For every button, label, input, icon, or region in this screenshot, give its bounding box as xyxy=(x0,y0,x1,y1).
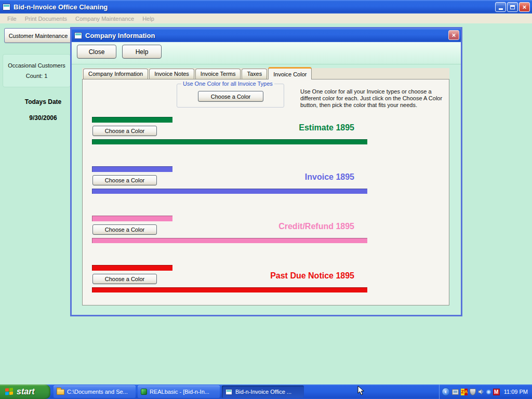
credit-refund-color-swatch xyxy=(92,216,172,221)
tab-taxes[interactable]: Taxes xyxy=(242,69,267,79)
mouse-cursor xyxy=(357,385,367,396)
system-tray: ‹ ZA M 11:09 PM xyxy=(439,384,532,399)
tab-invoice-color[interactable]: Invoice Color xyxy=(268,67,312,79)
estimate-label: Estimate 1895 xyxy=(249,123,354,132)
tab-strip: Company Information Invoice Notes Invoic… xyxy=(82,68,449,79)
past-due-color-row: Choose a Color Past Due Notice 1895 xyxy=(83,264,450,313)
chevron-left-icon[interactable]: ‹ xyxy=(442,388,450,396)
company-information-dialog: Company Information × Close Help Company… xyxy=(70,27,462,316)
app-form-icon xyxy=(225,389,232,394)
tab-invoice-notes[interactable]: Invoice Notes xyxy=(149,69,194,79)
tab-control: Company Information Invoice Notes Invoic… xyxy=(82,66,449,305)
display-icon[interactable] xyxy=(452,389,459,395)
estimate-color-swatch xyxy=(92,117,172,123)
taskbar-item-explorer[interactable]: C:\Documents and Se... xyxy=(54,385,136,398)
desktop: Bid-n-Invoice Office Cleaning × File Pri… xyxy=(0,0,532,399)
close-window-button[interactable]: × xyxy=(519,2,530,12)
speaker-icon[interactable] xyxy=(478,389,484,395)
menu-file[interactable]: File xyxy=(3,15,21,23)
invoice-color-row: Choose a Color Invoice 1895 xyxy=(83,165,450,215)
estimate-color-bar xyxy=(92,139,367,144)
invoice-color-bar xyxy=(92,189,367,194)
dialog-title: Company Information xyxy=(85,32,155,39)
credit-refund-color-bar xyxy=(92,238,367,243)
invoice-color-tab-page: Use One Color for all Invoice Types Choo… xyxy=(82,79,449,305)
invoice-label: Invoice 1895 xyxy=(249,172,354,182)
past-due-color-bar xyxy=(92,287,367,292)
credit-refund-label: Credit/Refund 1895 xyxy=(249,222,354,231)
dialog-form-icon xyxy=(74,32,82,39)
past-due-color-swatch xyxy=(92,265,172,271)
taskbar-item-label: Bid-n-Invoice Office ... xyxy=(235,389,291,395)
choose-color-invoice-button[interactable]: Choose a Color xyxy=(92,175,157,185)
mcafee-icon[interactable]: M xyxy=(493,389,500,395)
tab-company-information[interactable]: Company Information xyxy=(83,69,148,79)
shield-icon[interactable] xyxy=(470,389,476,395)
main-window-title: Bid-n-Invoice Office Cleaning xyxy=(14,3,108,11)
estimate-color-row: Choose a Color Estimate 1895 xyxy=(83,116,450,165)
tab-invoice-terms[interactable]: Invoice Terms xyxy=(195,69,241,79)
customer-maintenance-button[interactable]: Customer Maintenance xyxy=(4,28,72,43)
cube-icon xyxy=(141,389,147,395)
taskbar: start C:\Documents and Se... REALbasic -… xyxy=(0,384,532,399)
choose-color-estimate-button[interactable]: Choose a Color xyxy=(92,126,157,136)
choose-color-credit-refund-button[interactable]: Choose a Color xyxy=(92,224,157,235)
menu-print-documents[interactable]: Print Documents xyxy=(21,15,71,23)
help-button[interactable]: Help xyxy=(122,45,162,59)
taskbar-item-realbasic[interactable]: REALbasic - [Bid-n-In... xyxy=(138,385,220,398)
instructions-text: Use One color for all your Invoice types… xyxy=(300,88,451,109)
one-color-group-title: Use One Color for all Invoice Types xyxy=(181,81,274,87)
choose-color-all-button[interactable]: Choose a Color xyxy=(198,91,263,102)
restore-button[interactable] xyxy=(507,2,518,12)
choose-color-past-due-button[interactable]: Choose a Color xyxy=(92,274,157,284)
dialog-header: Close Help xyxy=(72,42,461,64)
tray-clock: 11:09 PM xyxy=(504,389,528,395)
occasional-customers-box: Occasional Customers Count: 1 xyxy=(3,54,71,87)
menu-company-maintenance[interactable]: Company Maintenance xyxy=(71,15,138,23)
credit-refund-color-row: Choose a Color Credit/Refund 1895 xyxy=(83,215,450,264)
start-button-label: start xyxy=(17,387,35,396)
taskbar-item-label: C:\Documents and Se... xyxy=(67,389,128,395)
occasional-customers-label: Occasional Customers xyxy=(8,62,65,69)
folder-icon xyxy=(57,389,64,395)
close-button[interactable]: Close xyxy=(77,45,116,59)
menu-bar: File Print Documents Company Maintenance… xyxy=(0,14,532,23)
wireless-icon[interactable] xyxy=(486,390,491,394)
dialog-close-icon[interactable]: × xyxy=(448,30,459,40)
one-color-groupbox: Use One Color for all Invoice Types Choo… xyxy=(177,84,284,108)
start-button[interactable]: start xyxy=(0,384,50,399)
dialog-titlebar: Company Information × xyxy=(72,29,461,42)
past-due-label: Past Due Notice 1895 xyxy=(249,271,354,281)
main-window-titlebar: Bid-n-Invoice Office Cleaning × xyxy=(0,0,532,14)
minimize-button[interactable] xyxy=(495,2,506,12)
app-form-icon xyxy=(3,4,10,10)
zonealarm-icon[interactable]: ZA xyxy=(461,389,468,395)
taskbar-item-bid-n-invoice[interactable]: Bid-n-Invoice Office ... xyxy=(222,385,304,398)
windows-flag-icon xyxy=(5,388,14,396)
menu-help[interactable]: Help xyxy=(138,15,158,23)
taskbar-item-label: REALbasic - [Bid-n-In... xyxy=(150,389,209,395)
invoice-color-swatch xyxy=(92,166,172,172)
customer-count: Count: 1 xyxy=(26,73,48,79)
